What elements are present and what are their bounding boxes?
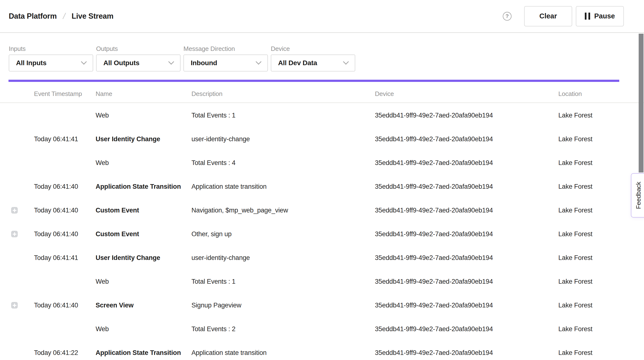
breadcrumb-data-platform[interactable]: Data Platform: [9, 12, 57, 20]
top-bar-actions: ? Clear Pause: [503, 6, 624, 26]
filter-inputs: Inputs All Inputs: [9, 45, 93, 71]
event-name: Web: [96, 151, 188, 175]
table-row[interactable]: Web Total Events : 1 35eddb41-9ff9-49e2-…: [0, 103, 644, 127]
message-direction-dropdown[interactable]: Inbound: [184, 54, 268, 71]
event-description: Signup Pageview: [192, 293, 371, 317]
event-timestamp: Today 06:41:40: [34, 293, 92, 317]
inputs-dropdown[interactable]: All Inputs: [9, 54, 93, 71]
event-location: Lake Forest: [558, 341, 636, 360]
feedback-tab[interactable]: Feedback: [631, 173, 644, 217]
feedback-tab-label: Feedback: [635, 182, 642, 209]
event-timestamp: Today 06:41:40: [34, 222, 92, 246]
event-description: Total Events : 1: [192, 103, 371, 127]
event-location: Lake Forest: [558, 293, 636, 317]
expand-button[interactable]: [11, 302, 18, 309]
event-device-id: 35eddb41-9ff9-49e2-7aed-20afa90eb194: [375, 222, 554, 246]
filter-bar: Inputs All Inputs Outputs All Outputs Me…: [9, 45, 355, 71]
table-row[interactable]: Today 06:41:22 Application State Transit…: [0, 341, 644, 360]
event-description: Navigation, $mp_web_page_view: [192, 198, 371, 222]
event-timestamp: [34, 317, 92, 341]
event-location: Lake Forest: [558, 317, 636, 341]
table-row[interactable]: Web Total Events : 2 35eddb41-9ff9-49e2-…: [0, 317, 644, 341]
expand-button[interactable]: [11, 231, 18, 237]
event-location: Lake Forest: [558, 198, 636, 222]
event-name: Custom Event: [96, 222, 188, 246]
event-table-body: Web Total Events : 1 35eddb41-9ff9-49e2-…: [0, 103, 644, 360]
table-row[interactable]: Today 06:41:40 Screen View Signup Pagevi…: [0, 293, 644, 317]
event-device-id: 35eddb41-9ff9-49e2-7aed-20afa90eb194: [375, 270, 554, 293]
inputs-dropdown-value: All Inputs: [16, 59, 46, 67]
event-location: Lake Forest: [558, 151, 636, 175]
help-glyph: ?: [506, 13, 508, 19]
chevron-down-icon: [81, 59, 87, 64]
outputs-dropdown[interactable]: All Outputs: [96, 54, 180, 71]
event-name: Application State Transition: [96, 175, 188, 198]
event-device-id: 35eddb41-9ff9-49e2-7aed-20afa90eb194: [375, 246, 554, 270]
event-table-header: Event Timestamp Name Description Device …: [0, 85, 644, 103]
chevron-down-icon: [168, 59, 174, 64]
event-device-id: 35eddb41-9ff9-49e2-7aed-20afa90eb194: [375, 317, 554, 341]
pause-icon: [585, 12, 590, 20]
event-location: Lake Forest: [558, 103, 636, 127]
top-bar: Data Platform / Live Stream ? Clear Paus…: [0, 0, 644, 33]
device-dropdown[interactable]: All Dev Data: [271, 54, 355, 71]
table-row[interactable]: Web Total Events : 4 35eddb41-9ff9-49e2-…: [0, 151, 644, 175]
filter-device-label: Device: [271, 45, 355, 52]
event-name: Web: [96, 270, 188, 293]
event-timestamp: Today 06:41:22: [34, 341, 92, 360]
table-row[interactable]: Today 06:41:40 Custom Event Navigation, …: [0, 198, 644, 222]
filter-message-direction: Message Direction Inbound: [184, 45, 268, 71]
device-dropdown-value: All Dev Data: [278, 59, 317, 67]
event-timestamp: [34, 270, 92, 293]
event-name: Web: [96, 103, 188, 127]
event-device-id: 35eddb41-9ff9-49e2-7aed-20afa90eb194: [375, 341, 554, 360]
event-description: user-identity-change: [192, 246, 371, 270]
event-timestamp: Today 06:41:41: [34, 127, 92, 151]
event-device-id: 35eddb41-9ff9-49e2-7aed-20afa90eb194: [375, 175, 554, 198]
column-header-name: Name: [96, 85, 188, 102]
column-header-location: Location: [558, 85, 636, 102]
event-location: Lake Forest: [558, 175, 636, 198]
event-timestamp: Today 06:41:40: [34, 175, 92, 198]
vertical-scrollbar-thumb[interactable]: [639, 34, 644, 173]
event-description: Total Events : 1: [192, 270, 371, 293]
event-name: User Identity Change: [96, 246, 188, 270]
event-name: Application State Transition: [96, 341, 188, 360]
event-device-id: 35eddb41-9ff9-49e2-7aed-20afa90eb194: [375, 151, 554, 175]
event-device-id: 35eddb41-9ff9-49e2-7aed-20afa90eb194: [375, 127, 554, 151]
event-timestamp: [34, 151, 92, 175]
expand-button[interactable]: [11, 207, 18, 214]
event-location: Lake Forest: [558, 246, 636, 270]
event-description: Application state transition: [192, 341, 371, 360]
chevron-down-icon: [256, 59, 261, 64]
table-row[interactable]: Today 06:41:41 User Identity Change user…: [0, 246, 644, 270]
accent-bar: [8, 80, 619, 82]
chevron-down-icon: [343, 59, 349, 64]
filter-outputs: Outputs All Outputs: [96, 45, 180, 71]
table-row[interactable]: Today 06:41:40 Application State Transit…: [0, 175, 644, 198]
event-description: Other, sign up: [192, 222, 371, 246]
event-location: Lake Forest: [558, 127, 636, 151]
event-description: Total Events : 4: [192, 151, 371, 175]
filter-outputs-label: Outputs: [96, 45, 180, 52]
event-name: Screen View: [96, 293, 188, 317]
column-header-event-timestamp: Event Timestamp: [34, 85, 92, 102]
event-name: User Identity Change: [96, 127, 188, 151]
event-device-id: 35eddb41-9ff9-49e2-7aed-20afa90eb194: [375, 198, 554, 222]
breadcrumb-separator: /: [62, 11, 66, 21]
clear-button-label: Clear: [540, 12, 557, 20]
event-location: Lake Forest: [558, 270, 636, 293]
event-description: Total Events : 2: [192, 317, 371, 341]
help-icon[interactable]: ?: [503, 12, 512, 20]
table-row[interactable]: Web Total Events : 1 35eddb41-9ff9-49e2-…: [0, 270, 644, 293]
table-row[interactable]: Today 06:41:41 User Identity Change user…: [0, 127, 644, 151]
event-name: Web: [96, 317, 188, 341]
column-header-device: Device: [375, 85, 554, 102]
table-row[interactable]: Today 06:41:40 Custom Event Other, sign …: [0, 222, 644, 246]
filter-device: Device All Dev Data: [271, 45, 355, 71]
clear-button[interactable]: Clear: [524, 6, 572, 26]
pause-button[interactable]: Pause: [576, 6, 624, 26]
event-location: Lake Forest: [558, 222, 636, 246]
event-device-id: 35eddb41-9ff9-49e2-7aed-20afa90eb194: [375, 103, 554, 127]
filter-message-direction-label: Message Direction: [184, 45, 268, 52]
